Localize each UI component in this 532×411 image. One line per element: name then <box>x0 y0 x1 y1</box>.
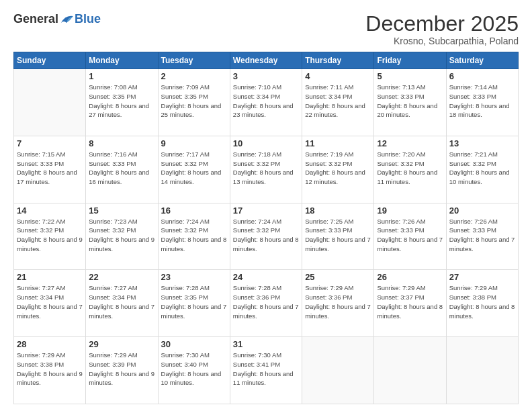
calendar-week-row: 28Sunrise: 7:29 AMSunset: 3:38 PMDayligh… <box>14 337 519 404</box>
logo-general: General <box>13 12 58 26</box>
cell-content: Sunrise: 7:29 AMSunset: 3:36 PMDaylight:… <box>305 283 371 320</box>
day-number: 21 <box>17 272 83 282</box>
day-number: 12 <box>377 138 443 148</box>
cell-content: Sunrise: 7:20 AMSunset: 3:32 PMDaylight:… <box>377 150 443 187</box>
day-number: 10 <box>233 138 299 148</box>
day-number: 15 <box>89 205 154 216</box>
calendar-cell: 12Sunrise: 7:20 AMSunset: 3:32 PMDayligh… <box>374 136 446 203</box>
cell-content: Sunrise: 7:26 AMSunset: 3:33 PMDaylight:… <box>449 217 515 254</box>
cell-content: Sunrise: 7:25 AMSunset: 3:33 PMDaylight:… <box>305 217 371 254</box>
calendar-cell: 29Sunrise: 7:29 AMSunset: 3:39 PMDayligh… <box>86 337 158 404</box>
calendar-cell: 8Sunrise: 7:16 AMSunset: 3:33 PMDaylight… <box>86 136 158 203</box>
calendar-cell: 2Sunrise: 7:09 AMSunset: 3:35 PMDaylight… <box>158 69 230 136</box>
day-number: 4 <box>305 71 371 81</box>
cell-content: Sunrise: 7:10 AMSunset: 3:34 PMDaylight:… <box>233 83 299 120</box>
day-number: 2 <box>161 71 227 81</box>
calendar-header-cell: Wednesday <box>230 52 302 69</box>
calendar-cell <box>302 337 374 404</box>
calendar-cell: 30Sunrise: 7:30 AMSunset: 3:40 PMDayligh… <box>158 337 230 404</box>
calendar-cell: 14Sunrise: 7:22 AMSunset: 3:32 PMDayligh… <box>14 203 86 270</box>
cell-content: Sunrise: 7:26 AMSunset: 3:33 PMDaylight:… <box>377 217 443 254</box>
calendar-cell: 24Sunrise: 7:28 AMSunset: 3:36 PMDayligh… <box>230 270 302 337</box>
calendar-header-row: SundayMondayTuesdayWednesdayThursdayFrid… <box>14 52 519 69</box>
cell-content: Sunrise: 7:22 AMSunset: 3:32 PMDaylight:… <box>17 217 83 254</box>
cell-content: Sunrise: 7:23 AMSunset: 3:32 PMDaylight:… <box>89 217 154 254</box>
calendar-header-cell: Saturday <box>446 52 518 69</box>
calendar-header-cell: Tuesday <box>158 52 230 69</box>
calendar-cell: 1Sunrise: 7:08 AMSunset: 3:35 PMDaylight… <box>86 69 158 136</box>
day-number: 13 <box>449 138 515 148</box>
day-number: 25 <box>305 272 371 282</box>
cell-content: Sunrise: 7:11 AMSunset: 3:34 PMDaylight:… <box>305 83 371 120</box>
cell-content: Sunrise: 7:30 AMSunset: 3:40 PMDaylight:… <box>161 351 227 387</box>
day-number: 29 <box>89 339 154 349</box>
cell-content: Sunrise: 7:08 AMSunset: 3:35 PMDaylight:… <box>89 83 154 120</box>
cell-content: Sunrise: 7:18 AMSunset: 3:32 PMDaylight:… <box>233 150 299 187</box>
calendar-cell: 9Sunrise: 7:17 AMSunset: 3:32 PMDaylight… <box>158 136 230 203</box>
day-number: 17 <box>233 205 299 216</box>
cell-content: Sunrise: 7:27 AMSunset: 3:34 PMDaylight:… <box>89 283 154 320</box>
calendar-header-cell: Thursday <box>302 52 374 69</box>
calendar-cell: 3Sunrise: 7:10 AMSunset: 3:34 PMDaylight… <box>230 69 302 136</box>
calendar-cell: 26Sunrise: 7:29 AMSunset: 3:37 PMDayligh… <box>374 270 446 337</box>
calendar-week-row: 1Sunrise: 7:08 AMSunset: 3:35 PMDaylight… <box>14 69 519 136</box>
calendar-cell: 11Sunrise: 7:19 AMSunset: 3:32 PMDayligh… <box>302 136 374 203</box>
day-number: 24 <box>233 272 299 282</box>
calendar-cell: 19Sunrise: 7:26 AMSunset: 3:33 PMDayligh… <box>374 203 446 270</box>
calendar-cell: 17Sunrise: 7:24 AMSunset: 3:32 PMDayligh… <box>230 203 302 270</box>
day-number: 20 <box>449 205 515 216</box>
calendar-cell: 4Sunrise: 7:11 AMSunset: 3:34 PMDaylight… <box>302 69 374 136</box>
logo-blue: Blue <box>75 12 101 26</box>
cell-content: Sunrise: 7:19 AMSunset: 3:32 PMDaylight:… <box>305 150 371 187</box>
cell-content: Sunrise: 7:15 AMSunset: 3:33 PMDaylight:… <box>17 150 83 187</box>
day-number: 26 <box>377 272 443 282</box>
day-number: 18 <box>305 205 371 216</box>
calendar-cell: 27Sunrise: 7:29 AMSunset: 3:38 PMDayligh… <box>446 270 518 337</box>
cell-content: Sunrise: 7:17 AMSunset: 3:32 PMDaylight:… <box>161 150 227 187</box>
cell-content: Sunrise: 7:21 AMSunset: 3:32 PMDaylight:… <box>449 150 515 187</box>
header: General Blue December 2025 Krosno, Subca… <box>13 12 519 46</box>
calendar-table: SundayMondayTuesdayWednesdayThursdayFrid… <box>13 52 519 404</box>
day-number: 28 <box>17 339 83 349</box>
cell-content: Sunrise: 7:28 AMSunset: 3:35 PMDaylight:… <box>161 283 227 320</box>
day-number: 14 <box>17 205 83 216</box>
subtitle: Krosno, Subcarpathia, Poland <box>365 36 519 46</box>
calendar-header-cell: Friday <box>374 52 446 69</box>
cell-content: Sunrise: 7:24 AMSunset: 3:32 PMDaylight:… <box>161 217 227 254</box>
calendar-cell: 15Sunrise: 7:23 AMSunset: 3:32 PMDayligh… <box>86 203 158 270</box>
calendar-cell: 16Sunrise: 7:24 AMSunset: 3:32 PMDayligh… <box>158 203 230 270</box>
day-number: 23 <box>161 272 227 282</box>
cell-content: Sunrise: 7:14 AMSunset: 3:33 PMDaylight:… <box>449 83 515 120</box>
cell-content: Sunrise: 7:29 AMSunset: 3:39 PMDaylight:… <box>89 351 154 387</box>
cell-content: Sunrise: 7:29 AMSunset: 3:38 PMDaylight:… <box>17 351 83 387</box>
day-number: 5 <box>377 71 443 81</box>
calendar-week-row: 7Sunrise: 7:15 AMSunset: 3:33 PMDaylight… <box>14 136 519 203</box>
day-number: 22 <box>89 272 154 282</box>
day-number: 7 <box>17 138 83 148</box>
calendar-cell: 21Sunrise: 7:27 AMSunset: 3:34 PMDayligh… <box>14 270 86 337</box>
calendar-cell: 13Sunrise: 7:21 AMSunset: 3:32 PMDayligh… <box>446 136 518 203</box>
day-number: 1 <box>89 71 154 81</box>
cell-content: Sunrise: 7:13 AMSunset: 3:33 PMDaylight:… <box>377 83 443 120</box>
day-number: 31 <box>233 339 299 349</box>
logo-bird-icon <box>60 13 75 26</box>
calendar-cell: 18Sunrise: 7:25 AMSunset: 3:33 PMDayligh… <box>302 203 374 270</box>
calendar-cell: 31Sunrise: 7:30 AMSunset: 3:41 PMDayligh… <box>230 337 302 404</box>
day-number: 19 <box>377 205 443 216</box>
day-number: 30 <box>161 339 227 349</box>
calendar-cell <box>14 69 86 136</box>
calendar-cell: 22Sunrise: 7:27 AMSunset: 3:34 PMDayligh… <box>86 270 158 337</box>
cell-content: Sunrise: 7:29 AMSunset: 3:38 PMDaylight:… <box>449 283 515 320</box>
calendar-cell: 7Sunrise: 7:15 AMSunset: 3:33 PMDaylight… <box>14 136 86 203</box>
cell-content: Sunrise: 7:24 AMSunset: 3:32 PMDaylight:… <box>233 217 299 254</box>
day-number: 3 <box>233 71 299 81</box>
calendar-cell: 10Sunrise: 7:18 AMSunset: 3:32 PMDayligh… <box>230 136 302 203</box>
cell-content: Sunrise: 7:27 AMSunset: 3:34 PMDaylight:… <box>17 283 83 320</box>
day-number: 16 <box>161 205 227 216</box>
cell-content: Sunrise: 7:28 AMSunset: 3:36 PMDaylight:… <box>233 283 299 320</box>
calendar-body: 1Sunrise: 7:08 AMSunset: 3:35 PMDaylight… <box>14 69 519 404</box>
day-number: 9 <box>161 138 227 148</box>
calendar-header-cell: Monday <box>86 52 158 69</box>
calendar-cell <box>374 337 446 404</box>
calendar-week-row: 21Sunrise: 7:27 AMSunset: 3:34 PMDayligh… <box>14 270 519 337</box>
